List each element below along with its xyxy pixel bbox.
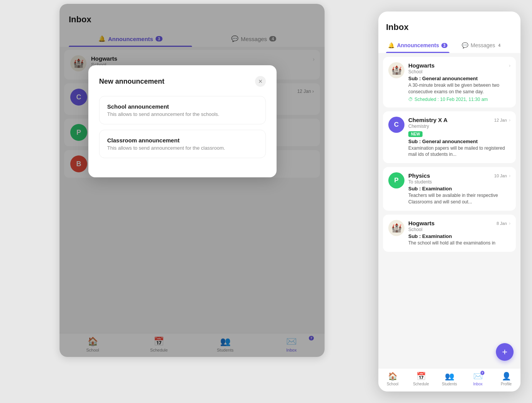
new-badge: NEW: [408, 131, 423, 137]
item-row: Physics 10 Jan ›: [408, 172, 510, 179]
calendar-icon: 📅: [416, 372, 426, 381]
list-item[interactable]: C Chemistry X A 12 Jan › Chemistry NEW S…: [383, 111, 516, 164]
item-preview: Examination papers will be mailed to reg…: [408, 145, 510, 158]
tab-announcements[interactable]: 🔔 Announcements 3: [386, 38, 449, 53]
students-icon: 👥: [445, 372, 454, 381]
nav-schedule[interactable]: 📅 Schedule: [407, 372, 435, 386]
clock-icon: ⏱: [408, 97, 413, 102]
nav-label: Schedule: [413, 382, 429, 386]
front-tabs: 🔔 Announcements 3 💬 Messages 4: [386, 38, 513, 53]
modal-title: New announcement: [99, 78, 164, 86]
item-type: To students: [408, 179, 510, 185]
inbox-list: 🏰 Hogwarts › School Sub : General announ…: [378, 53, 520, 379]
item-content: Physics 10 Jan › To students Sub : Exami…: [408, 172, 510, 205]
nav-school[interactable]: 🏠 School: [378, 372, 407, 386]
modal-overlay[interactable]: [60, 4, 325, 357]
item-date: 10 Jan ›: [494, 173, 510, 178]
profile-icon: 👤: [502, 372, 511, 381]
item-subject: Sub : Examination: [408, 233, 510, 239]
nav-label: School: [387, 382, 399, 386]
ann-badge: 3: [441, 43, 447, 48]
nav-label: Profile: [501, 382, 512, 386]
nav-label: Students: [442, 382, 457, 386]
front-title: Inbox: [386, 22, 513, 32]
option-desc: This allows to send announcement for the…: [107, 145, 258, 151]
item-type: School: [408, 69, 510, 74]
chevron-icon: ›: [509, 173, 510, 178]
item-subject: Sub : General announcement: [408, 76, 510, 81]
item-preview: Teachers will be available in their resp…: [408, 192, 510, 205]
nav-inbox[interactable]: ✉️ 7 Inbox: [464, 372, 492, 386]
option-title: Classroom announcement: [107, 137, 258, 144]
home-icon: 🏠: [388, 372, 398, 381]
avatar: 🏰: [388, 220, 404, 236]
chevron-icon: ›: [509, 117, 510, 123]
list-item[interactable]: P Physics 10 Jan › To students Sub : Exa…: [383, 167, 516, 211]
chevron-right-icon: ›: [509, 63, 510, 68]
item-row: Hogwarts 8 Jan ›: [408, 220, 510, 226]
close-button[interactable]: ×: [255, 76, 266, 87]
chevron-icon: ›: [509, 220, 510, 226]
msg-badge: 4: [498, 43, 501, 48]
item-subject: Sub : General announcement: [408, 139, 510, 144]
nav-profile[interactable]: 👤 Profile: [492, 372, 520, 386]
front-inbox-panel: Inbox 🔔 Announcements 3 💬 Messages 4 🏰 H…: [378, 12, 520, 391]
modal-header: New announcement ×: [99, 76, 266, 87]
chat-icon: 💬: [462, 42, 468, 48]
item-type: School: [408, 227, 510, 232]
item-row: Chemistry X A 12 Jan ›: [408, 117, 510, 123]
nav-students[interactable]: 👥 Students: [435, 372, 464, 386]
avatar: C: [388, 117, 404, 133]
school-announcement-option[interactable]: School announcement This allows to send …: [99, 96, 266, 124]
front-header: Inbox 🔔 Announcements 3 💬 Messages 4: [378, 12, 520, 53]
item-type: Chemistry: [408, 124, 510, 129]
list-item[interactable]: 🏰 Hogwarts 8 Jan › School Sub : Examinat…: [383, 215, 516, 252]
front-bottom-nav: 🏠 School 📅 Schedule 👥 Students ✉️ 7 Inbo…: [378, 368, 520, 391]
item-content: Chemistry X A 12 Jan › Chemistry NEW Sub…: [408, 117, 510, 158]
new-announcement-modal: New announcement × School announcement T…: [88, 65, 277, 177]
tab-msg-label: Messages: [471, 42, 495, 48]
nav-label: Inbox: [473, 382, 482, 386]
scheduled-text: Scheduled : 10 Feb 2021, 11:30 am: [414, 97, 488, 102]
item-subject: Sub : Examination: [408, 186, 510, 192]
option-desc: This allows to send announcement for the…: [107, 111, 258, 117]
item-row: Hogwarts ›: [408, 62, 510, 69]
item-date: 12 Jan ›: [494, 117, 510, 123]
inbox-badge: 7: [481, 371, 484, 375]
tab-messages[interactable]: 💬 Messages 4: [449, 38, 513, 53]
item-name: Physics: [408, 172, 430, 179]
fab-button[interactable]: +: [496, 343, 514, 361]
item-date: 8 Jan ›: [497, 220, 510, 226]
item-name: Hogwarts: [408, 62, 434, 69]
item-content: Hogwarts 8 Jan › School Sub : Examinatio…: [408, 220, 510, 246]
item-content: Hogwarts › School Sub : General announce…: [408, 62, 510, 102]
tab-ann-label: Announcements: [397, 42, 439, 48]
avatar: 🏰: [388, 62, 404, 78]
avatar: P: [388, 172, 404, 188]
bell-icon: 🔔: [388, 42, 394, 48]
list-item[interactable]: 🏰 Hogwarts › School Sub : General announ…: [383, 57, 516, 107]
item-name: Hogwarts: [408, 220, 434, 226]
scheduled-label: ⏱ Scheduled : 10 Feb 2021, 11:30 am: [408, 97, 510, 102]
classroom-announcement-option[interactable]: Classroom announcement This allows to se…: [99, 130, 266, 158]
item-preview: The school will hold all the examination…: [408, 240, 510, 246]
option-title: School announcement: [107, 103, 258, 110]
item-preview: A 30-minute break will be given between …: [408, 82, 510, 95]
item-name: Chemistry X A: [408, 117, 447, 123]
